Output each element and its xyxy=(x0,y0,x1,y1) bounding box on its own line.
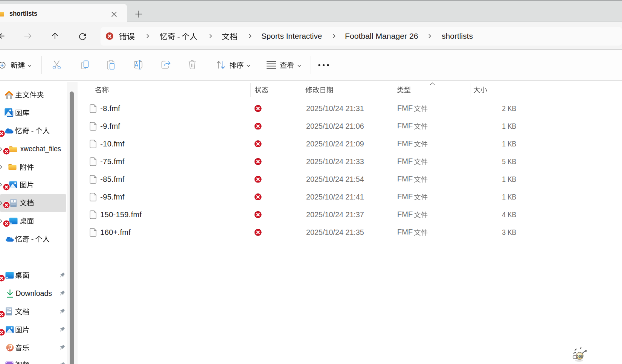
svg-text:pps: pps xyxy=(576,354,583,358)
